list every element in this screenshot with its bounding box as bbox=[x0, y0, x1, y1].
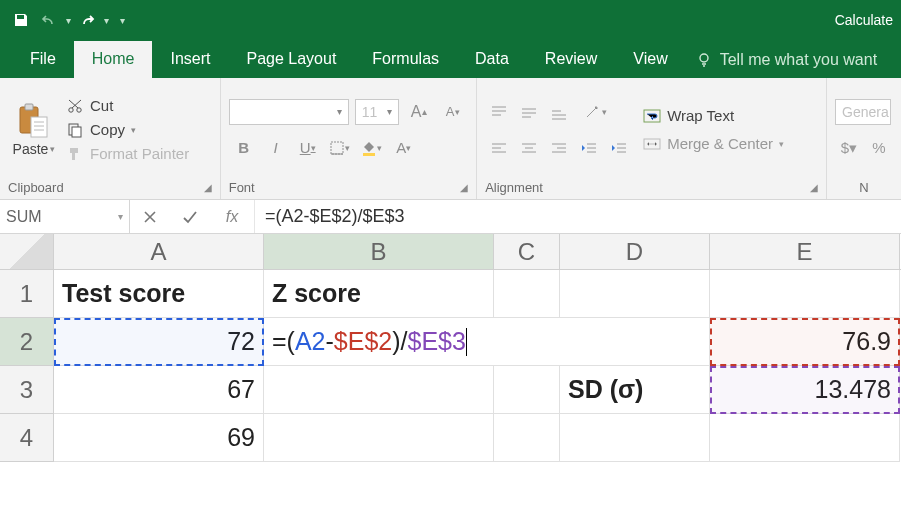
cut-button[interactable]: Cut bbox=[66, 97, 189, 115]
copy-button[interactable]: Copy ▾ bbox=[66, 121, 189, 139]
tab-insert[interactable]: Insert bbox=[152, 41, 228, 78]
cell-B3[interactable] bbox=[264, 366, 494, 414]
decrease-indent-icon[interactable] bbox=[575, 135, 603, 161]
undo-button[interactable] bbox=[36, 7, 62, 33]
svg-point-4 bbox=[69, 107, 73, 111]
enter-formula-button[interactable] bbox=[170, 210, 210, 224]
row-header-2[interactable]: 2 bbox=[0, 318, 54, 366]
group-font: ▾ 11 ▾ A▴ A▾ B I U ▾ ▾ bbox=[221, 78, 477, 199]
row-header-4[interactable]: 4 bbox=[0, 414, 54, 462]
tell-me-search[interactable]: Tell me what you want bbox=[686, 42, 887, 78]
bold-button[interactable]: B bbox=[229, 135, 259, 161]
increase-font-icon[interactable]: A▴ bbox=[405, 99, 433, 125]
chevron-down-icon[interactable]: ▾ bbox=[131, 125, 136, 135]
name-box[interactable]: SUM ▾ bbox=[0, 200, 130, 233]
qat-dd[interactable]: ▾ bbox=[102, 15, 110, 26]
dialog-launcher-icon[interactable]: ◢ bbox=[810, 182, 818, 193]
formula-input[interactable]: =(A2-$E$2)/$E$3 bbox=[255, 200, 901, 233]
svg-rect-9 bbox=[363, 153, 375, 156]
formula-bar: SUM ▾ fx =(A2-$E$2)/$E$3 bbox=[0, 200, 901, 234]
accounting-format-icon[interactable]: $▾ bbox=[835, 135, 863, 161]
tab-file[interactable]: File bbox=[14, 41, 74, 78]
svg-rect-8 bbox=[331, 142, 343, 154]
align-center-icon[interactable] bbox=[515, 135, 543, 161]
cell-E4[interactable] bbox=[710, 414, 900, 462]
merge-center-button[interactable]: Merge & Center ▾ bbox=[643, 135, 784, 153]
formula-text: =(A2-$E$2)/$E$3 bbox=[265, 206, 405, 227]
fill-color-button[interactable]: ▾ bbox=[357, 135, 387, 161]
qat-customize[interactable]: ▾ bbox=[118, 15, 126, 26]
cell-A4[interactable]: 69 bbox=[54, 414, 264, 462]
cell-D1[interactable] bbox=[560, 270, 710, 318]
tab-formulas[interactable]: Formulas bbox=[354, 41, 457, 78]
tab-home[interactable]: Home bbox=[74, 41, 153, 78]
align-right-icon[interactable] bbox=[545, 135, 573, 161]
col-header-E[interactable]: E bbox=[710, 234, 900, 269]
cell-D4[interactable] bbox=[560, 414, 710, 462]
cell-B4[interactable] bbox=[264, 414, 494, 462]
cell-D2[interactable] bbox=[560, 318, 710, 366]
cell-D3[interactable]: SD (σ) bbox=[560, 366, 710, 414]
font-name-combo[interactable]: ▾ bbox=[229, 99, 349, 125]
group-clipboard: Paste ▾ Cut Copy ▾ bbox=[0, 78, 221, 199]
font-color-button[interactable]: A ▾ bbox=[389, 135, 419, 161]
wrap-text-button[interactable]: Wrap Text bbox=[643, 107, 784, 125]
ribbon-tabs: File Home Insert Page Layout Formulas Da… bbox=[0, 40, 901, 78]
tab-review[interactable]: Review bbox=[527, 41, 615, 78]
underline-button[interactable]: U ▾ bbox=[293, 135, 323, 161]
cancel-formula-button[interactable] bbox=[130, 210, 170, 224]
cell-C3[interactable] bbox=[494, 366, 560, 414]
svg-rect-2 bbox=[25, 104, 33, 110]
col-header-D[interactable]: D bbox=[560, 234, 710, 269]
col-header-C[interactable]: C bbox=[494, 234, 560, 269]
cell-B1[interactable]: Z score bbox=[264, 270, 494, 318]
col-header-B[interactable]: B bbox=[264, 234, 494, 269]
tab-view[interactable]: View bbox=[615, 41, 685, 78]
decrease-font-icon[interactable]: A▾ bbox=[439, 99, 467, 125]
percent-format-icon[interactable]: % bbox=[865, 135, 893, 161]
cell-C4[interactable] bbox=[494, 414, 560, 462]
cell-E3[interactable]: 13.478 bbox=[710, 366, 900, 414]
row-header-3[interactable]: 3 bbox=[0, 366, 54, 414]
fx-label[interactable]: fx bbox=[210, 208, 254, 226]
redo-button[interactable] bbox=[74, 7, 100, 33]
borders-button[interactable]: ▾ bbox=[325, 135, 355, 161]
font-size-combo[interactable]: 11 ▾ bbox=[355, 99, 399, 125]
chevron-down-icon: ▾ bbox=[337, 106, 342, 117]
formula-display: =(A2-$E$2)/$E$3 bbox=[272, 327, 466, 356]
dialog-launcher-icon[interactable]: ◢ bbox=[460, 182, 468, 193]
row-header-1[interactable]: 1 bbox=[0, 270, 54, 318]
align-top-icon[interactable] bbox=[485, 99, 513, 125]
paste-button[interactable]: Paste ▾ bbox=[8, 103, 60, 157]
align-middle-icon[interactable] bbox=[515, 99, 543, 125]
copy-icon bbox=[66, 121, 84, 139]
save-icon[interactable] bbox=[8, 7, 34, 33]
tab-page-layout[interactable]: Page Layout bbox=[228, 41, 354, 78]
tab-data[interactable]: Data bbox=[457, 41, 527, 78]
cell-B2[interactable]: =(A2-$E$2)/$E$3 bbox=[264, 318, 560, 366]
cell-A3[interactable]: 67 bbox=[54, 366, 264, 414]
format-painter-label: Format Painter bbox=[90, 145, 189, 162]
cell-C1[interactable] bbox=[494, 270, 560, 318]
chevron-down-icon: ▾ bbox=[779, 139, 784, 149]
wrap-text-label: Wrap Text bbox=[667, 107, 734, 124]
increase-indent-icon[interactable] bbox=[605, 135, 633, 161]
align-left-icon[interactable] bbox=[485, 135, 513, 161]
col-header-A[interactable]: A bbox=[54, 234, 264, 269]
cell-A1[interactable]: Test score bbox=[54, 270, 264, 318]
worksheet-grid[interactable]: A B C D E 1 2 3 4 Test score Z score 72 … bbox=[0, 234, 901, 509]
italic-button[interactable]: I bbox=[261, 135, 291, 161]
merge-center-label: Merge & Center bbox=[667, 135, 773, 152]
cell-A2[interactable]: 72 bbox=[54, 318, 264, 366]
orientation-button[interactable]: ▾ bbox=[575, 99, 615, 125]
wrap-text-icon bbox=[643, 107, 661, 125]
align-bottom-icon[interactable] bbox=[545, 99, 573, 125]
dialog-launcher-icon[interactable]: ◢ bbox=[204, 182, 212, 193]
font-size-value: 11 bbox=[362, 104, 378, 120]
cell-E1[interactable] bbox=[710, 270, 900, 318]
number-format-combo[interactable]: Genera bbox=[835, 99, 891, 125]
format-painter-button[interactable]: Format Painter bbox=[66, 145, 189, 163]
select-all-corner[interactable] bbox=[0, 234, 54, 269]
cell-E2[interactable]: 76.9 bbox=[710, 318, 900, 366]
group-label-font: Font bbox=[229, 180, 255, 195]
